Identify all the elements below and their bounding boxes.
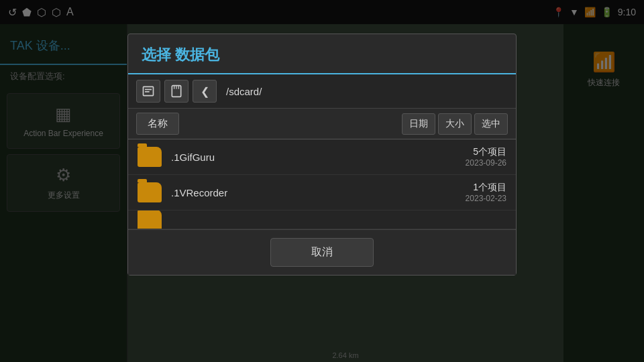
device-storage-button[interactable]: [136, 80, 160, 103]
back-button[interactable]: ❮: [193, 80, 217, 103]
list-item[interactable]: .1VRecorder 1个项目 2023-02-23: [128, 175, 516, 210]
list-item-partial[interactable]: [128, 210, 516, 229]
item-count: 5个项目: [466, 146, 506, 158]
sd-card-button[interactable]: [164, 80, 189, 103]
modal-title: 选择 数据包: [142, 46, 219, 63]
list-item[interactable]: .1GifGuru 5个项目 2023-09-26: [128, 139, 516, 175]
item-meta: 1个项目 2023-02-23: [466, 182, 506, 203]
item-date: 2023-09-26: [466, 158, 506, 168]
modal-title-bar: 选择 数据包: [128, 34, 516, 74]
folder-icon: [138, 210, 162, 229]
sort-by-size-button[interactable]: 大小: [438, 113, 472, 135]
folder-icon: [138, 182, 162, 202]
sort-by-date-button[interactable]: 日期: [402, 113, 435, 135]
svg-rect-1: [145, 89, 152, 90]
col-actions: 日期 大小 选中: [402, 113, 508, 135]
item-name: .1VRecorder: [171, 187, 466, 198]
current-path: /sdcard/: [221, 83, 267, 100]
select-button[interactable]: 选中: [474, 113, 508, 135]
file-list: .1GifGuru 5个项目 2023-09-26 .1VRecorder 1个…: [128, 139, 516, 229]
file-picker-modal: 选择 数据包 ❮ /sdcard/ 名称 日期 大小: [127, 34, 517, 276]
item-count: 1个项目: [466, 182, 506, 194]
svg-rect-2: [145, 91, 150, 93]
folder-icon: [138, 147, 162, 167]
item-name: .1GifGuru: [171, 152, 466, 163]
table-header: 名称 日期 大小 选中: [128, 109, 516, 139]
col-name: 名称: [136, 109, 402, 139]
sort-by-name-button[interactable]: 名称: [136, 113, 179, 135]
cancel-button[interactable]: 取消: [270, 238, 374, 267]
item-meta: 5个项目 2023-09-26: [466, 146, 506, 168]
modal-footer: 取消: [128, 229, 516, 275]
item-date: 2023-02-23: [466, 194, 506, 203]
modal-navigation: ❮ /sdcard/: [128, 74, 516, 109]
